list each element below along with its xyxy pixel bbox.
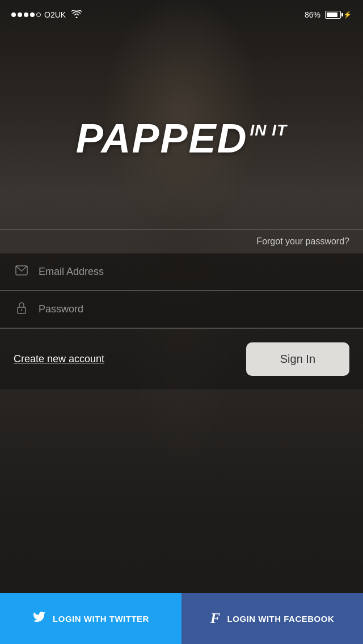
email-input-row (0, 253, 363, 291)
status-left: O2UK (11, 10, 82, 20)
signal-dot-1 (11, 12, 16, 17)
svg-point-2 (21, 310, 22, 311)
twitter-icon (32, 610, 46, 627)
wifi-icon (71, 10, 82, 20)
form-section (0, 253, 363, 328)
forgot-password-link[interactable]: Forgot your password? (256, 236, 349, 246)
signal-dot-4 (30, 12, 35, 17)
battery-percent: 86% (305, 10, 320, 19)
create-account-link[interactable]: Create new account (14, 353, 104, 365)
app-logo: PAPPED IN IT (76, 118, 287, 159)
facebook-login-label: LOGIN WITH FACEBOOK (227, 614, 335, 624)
logo-super-text: IN IT (250, 122, 288, 138)
facebook-icon: f (210, 610, 221, 627)
battery-fill (327, 12, 337, 17)
status-right: 86% ⚡ (305, 10, 352, 19)
signal-dot-5 (36, 12, 41, 17)
email-icon (14, 264, 29, 280)
password-input[interactable] (39, 303, 349, 315)
signal-dot-2 (18, 12, 22, 17)
battery-icon (325, 11, 341, 19)
carrier-name: O2UK (44, 10, 66, 19)
battery-indicator: ⚡ (325, 11, 352, 19)
sign-in-button[interactable]: Sign In (246, 342, 349, 376)
hero-section: PAPPED IN IT (0, 25, 363, 229)
forgot-password-section: Forgot your password? (0, 229, 363, 253)
status-bar: O2UK 86% ⚡ (0, 0, 363, 25)
logo-main-text: PAPPED (76, 118, 248, 159)
email-input[interactable] (39, 266, 349, 278)
twitter-login-button[interactable]: LOGIN WITH TWITTER (0, 593, 182, 644)
action-section: Create new account Sign In (0, 328, 363, 389)
charging-icon: ⚡ (343, 11, 352, 19)
social-login-section: LOGIN WITH TWITTER f LOGIN WITH FACEBOOK (0, 593, 363, 644)
password-input-row (0, 291, 363, 328)
facebook-login-button[interactable]: f LOGIN WITH FACEBOOK (182, 593, 363, 644)
signal-strength (11, 12, 41, 17)
lock-icon (14, 301, 29, 317)
signal-dot-3 (24, 12, 28, 17)
twitter-login-label: LOGIN WITH TWITTER (53, 614, 149, 624)
